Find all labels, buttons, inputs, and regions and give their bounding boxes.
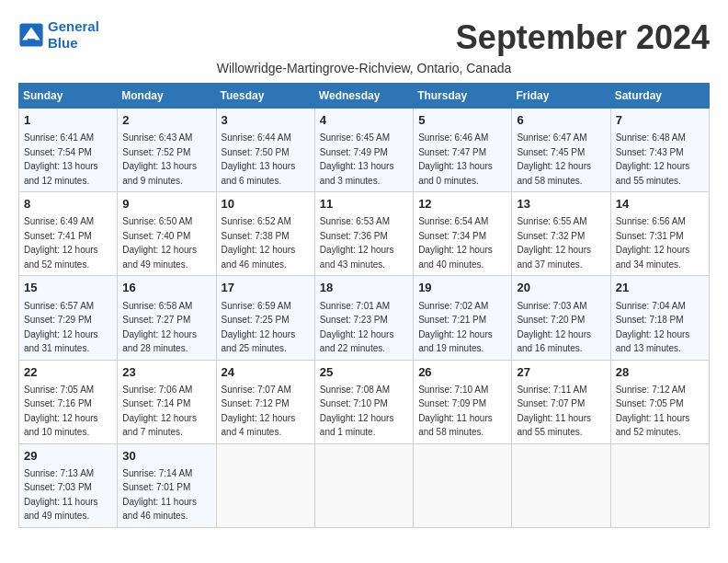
calendar-cell: 19 Sunrise: 7:02 AMSunset: 7:21 PMDaylig… xyxy=(414,276,512,360)
day-info: Sunrise: 6:47 AMSunset: 7:45 PMDaylight:… xyxy=(517,132,591,186)
day-number: 17 xyxy=(222,280,310,296)
day-number: 9 xyxy=(122,196,210,213)
calendar-cell xyxy=(216,443,314,527)
day-number: 24 xyxy=(222,364,310,381)
calendar-cell: 27 Sunrise: 7:11 AMSunset: 7:07 PMDaylig… xyxy=(512,360,610,443)
calendar-cell: 30 Sunrise: 7:14 AMSunset: 7:01 PMDaylig… xyxy=(118,443,216,527)
calendar-cell: 6 Sunrise: 6:47 AMSunset: 7:45 PMDayligh… xyxy=(512,109,610,192)
calendar-cell: 23 Sunrise: 7:06 AMSunset: 7:14 PMDaylig… xyxy=(118,360,216,443)
calendar-cell: 24 Sunrise: 7:07 AMSunset: 7:12 PMDaylig… xyxy=(216,360,314,443)
weekday-header-sunday: Sunday xyxy=(19,84,118,109)
page-header: General Blue September 2024 xyxy=(18,18,710,57)
day-info: Sunrise: 7:02 AMSunset: 7:21 PMDaylight:… xyxy=(418,301,493,354)
calendar-cell xyxy=(610,443,709,527)
calendar-cell: 13 Sunrise: 6:55 AMSunset: 7:32 PMDaylig… xyxy=(512,192,610,276)
day-number: 4 xyxy=(320,112,408,129)
day-number: 19 xyxy=(418,280,506,296)
day-number: 26 xyxy=(418,364,506,381)
day-number: 3 xyxy=(222,112,310,129)
calendar-cell: 18 Sunrise: 7:01 AMSunset: 7:23 PMDaylig… xyxy=(314,276,413,360)
day-info: Sunrise: 7:01 AMSunset: 7:23 PMDaylight:… xyxy=(320,301,394,354)
weekday-header-monday: Monday xyxy=(118,84,216,109)
day-info: Sunrise: 7:03 AMSunset: 7:20 PMDaylight:… xyxy=(517,301,591,354)
calendar-cell xyxy=(414,443,512,527)
calendar-cell: 17 Sunrise: 6:59 AMSunset: 7:25 PMDaylig… xyxy=(216,276,314,360)
day-info: Sunrise: 6:57 AMSunset: 7:29 PMDaylight:… xyxy=(24,301,98,354)
calendar-cell xyxy=(314,443,413,527)
month-title: September 2024 xyxy=(456,18,710,57)
day-number: 18 xyxy=(320,280,408,296)
day-number: 11 xyxy=(320,196,408,213)
day-info: Sunrise: 7:14 AMSunset: 7:01 PMDaylight:… xyxy=(122,468,197,522)
calendar-cell: 25 Sunrise: 7:08 AMSunset: 7:10 PMDaylig… xyxy=(314,360,413,443)
day-info: Sunrise: 7:13 AMSunset: 7:03 PMDaylight:… xyxy=(24,468,98,522)
calendar-cell: 28 Sunrise: 7:12 AMSunset: 7:05 PMDaylig… xyxy=(610,360,709,443)
day-number: 1 xyxy=(24,112,112,129)
day-info: Sunrise: 7:10 AMSunset: 7:09 PMDaylight:… xyxy=(418,385,493,438)
calendar-cell: 1 Sunrise: 6:41 AMSunset: 7:54 PMDayligh… xyxy=(19,109,118,192)
calendar-cell: 11 Sunrise: 6:53 AMSunset: 7:36 PMDaylig… xyxy=(314,192,413,276)
calendar-cell: 12 Sunrise: 6:54 AMSunset: 7:34 PMDaylig… xyxy=(414,192,512,276)
calendar-cell: 26 Sunrise: 7:10 AMSunset: 7:09 PMDaylig… xyxy=(414,360,512,443)
calendar-week-row: 1 Sunrise: 6:41 AMSunset: 7:54 PMDayligh… xyxy=(19,109,710,192)
calendar-cell: 15 Sunrise: 6:57 AMSunset: 7:29 PMDaylig… xyxy=(19,276,118,360)
day-info: Sunrise: 6:52 AMSunset: 7:38 PMDaylight:… xyxy=(222,216,296,270)
day-number: 8 xyxy=(24,196,112,213)
weekday-header-row: SundayMondayTuesdayWednesdayThursdayFrid… xyxy=(19,84,710,109)
day-number: 2 xyxy=(122,112,210,129)
day-info: Sunrise: 7:08 AMSunset: 7:10 PMDaylight:… xyxy=(320,385,394,438)
day-info: Sunrise: 6:59 AMSunset: 7:25 PMDaylight:… xyxy=(222,301,296,354)
subtitle: Willowridge-Martingrove-Richview, Ontari… xyxy=(18,61,710,75)
day-info: Sunrise: 7:06 AMSunset: 7:14 PMDaylight:… xyxy=(122,385,197,438)
day-info: Sunrise: 6:55 AMSunset: 7:32 PMDaylight:… xyxy=(517,216,591,270)
day-info: Sunrise: 6:41 AMSunset: 7:54 PMDaylight:… xyxy=(24,132,98,186)
calendar-cell: 29 Sunrise: 7:13 AMSunset: 7:03 PMDaylig… xyxy=(19,443,118,527)
day-number: 13 xyxy=(517,196,605,213)
calendar-cell: 22 Sunrise: 7:05 AMSunset: 7:16 PMDaylig… xyxy=(19,360,118,443)
day-info: Sunrise: 6:48 AMSunset: 7:43 PMDaylight:… xyxy=(616,132,690,186)
calendar-table: SundayMondayTuesdayWednesdayThursdayFrid… xyxy=(18,83,710,528)
weekday-header-friday: Friday xyxy=(512,84,610,109)
calendar-week-row: 22 Sunrise: 7:05 AMSunset: 7:16 PMDaylig… xyxy=(19,360,710,443)
day-info: Sunrise: 6:50 AMSunset: 7:40 PMDaylight:… xyxy=(122,216,197,270)
calendar-cell: 14 Sunrise: 6:56 AMSunset: 7:31 PMDaylig… xyxy=(610,192,709,276)
calendar-cell: 5 Sunrise: 6:46 AMSunset: 7:47 PMDayligh… xyxy=(414,109,512,192)
day-info: Sunrise: 6:54 AMSunset: 7:34 PMDaylight:… xyxy=(418,216,493,270)
day-info: Sunrise: 7:11 AMSunset: 7:07 PMDaylight:… xyxy=(517,385,591,438)
day-number: 22 xyxy=(24,364,112,381)
day-number: 7 xyxy=(616,112,704,129)
day-info: Sunrise: 6:46 AMSunset: 7:47 PMDaylight:… xyxy=(418,132,493,186)
day-number: 21 xyxy=(616,280,704,296)
weekday-header-thursday: Thursday xyxy=(414,84,512,109)
calendar-cell: 3 Sunrise: 6:44 AMSunset: 7:50 PMDayligh… xyxy=(216,109,314,192)
day-info: Sunrise: 7:12 AMSunset: 7:05 PMDaylight:… xyxy=(616,385,690,438)
day-info: Sunrise: 6:49 AMSunset: 7:41 PMDaylight:… xyxy=(24,216,98,270)
calendar-cell: 10 Sunrise: 6:52 AMSunset: 7:38 PMDaylig… xyxy=(216,192,314,276)
day-number: 27 xyxy=(517,364,605,381)
day-number: 23 xyxy=(122,364,210,381)
calendar-cell: 9 Sunrise: 6:50 AMSunset: 7:40 PMDayligh… xyxy=(118,192,216,276)
day-info: Sunrise: 6:45 AMSunset: 7:49 PMDaylight:… xyxy=(320,132,394,186)
day-number: 6 xyxy=(517,112,605,129)
day-info: Sunrise: 6:53 AMSunset: 7:36 PMDaylight:… xyxy=(320,216,394,270)
day-number: 12 xyxy=(418,196,506,213)
calendar-cell: 7 Sunrise: 6:48 AMSunset: 7:43 PMDayligh… xyxy=(610,109,709,192)
day-info: Sunrise: 6:58 AMSunset: 7:27 PMDaylight:… xyxy=(122,301,197,354)
logo-icon xyxy=(18,22,44,48)
day-info: Sunrise: 6:44 AMSunset: 7:50 PMDaylight:… xyxy=(222,132,296,186)
day-info: Sunrise: 6:43 AMSunset: 7:52 PMDaylight:… xyxy=(122,132,197,186)
day-number: 5 xyxy=(418,112,506,129)
calendar-week-row: 15 Sunrise: 6:57 AMSunset: 7:29 PMDaylig… xyxy=(19,276,710,360)
calendar-cell: 20 Sunrise: 7:03 AMSunset: 7:20 PMDaylig… xyxy=(512,276,610,360)
calendar-cell: 2 Sunrise: 6:43 AMSunset: 7:52 PMDayligh… xyxy=(118,109,216,192)
day-info: Sunrise: 7:05 AMSunset: 7:16 PMDaylight:… xyxy=(24,385,98,438)
day-number: 16 xyxy=(122,280,210,296)
day-info: Sunrise: 6:56 AMSunset: 7:31 PMDaylight:… xyxy=(616,216,690,270)
logo: General Blue xyxy=(18,18,99,52)
calendar-cell: 16 Sunrise: 6:58 AMSunset: 7:27 PMDaylig… xyxy=(118,276,216,360)
calendar-week-row: 8 Sunrise: 6:49 AMSunset: 7:41 PMDayligh… xyxy=(19,192,710,276)
day-number: 25 xyxy=(320,364,408,381)
weekday-header-tuesday: Tuesday xyxy=(216,84,314,109)
calendar-week-row: 29 Sunrise: 7:13 AMSunset: 7:03 PMDaylig… xyxy=(19,443,710,527)
calendar-cell: 21 Sunrise: 7:04 AMSunset: 7:18 PMDaylig… xyxy=(610,276,709,360)
